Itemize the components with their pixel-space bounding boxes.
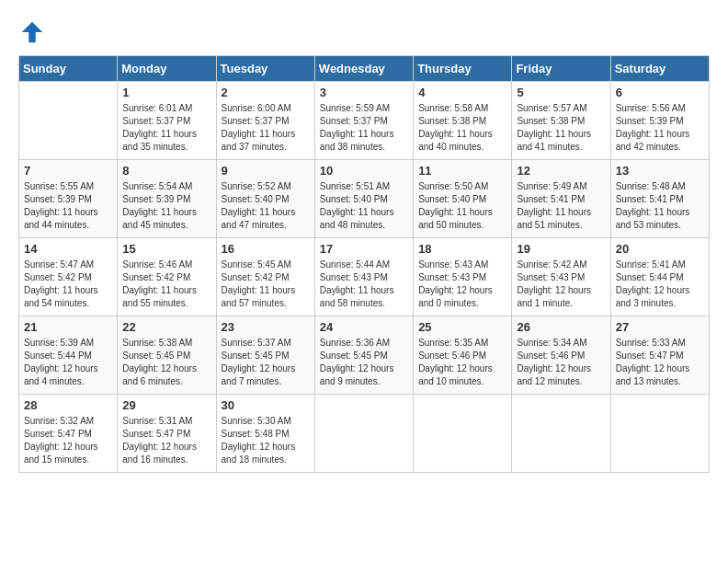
day-info: Sunrise: 5:56 AM Sunset: 5:39 PM Dayligh… (616, 102, 704, 154)
day-info: Sunrise: 6:00 AM Sunset: 5:37 PM Dayligh… (222, 102, 310, 154)
calendar-week-row: 21Sunrise: 5:39 AM Sunset: 5:44 PM Dayli… (19, 316, 710, 395)
calendar-cell: 14Sunrise: 5:47 AM Sunset: 5:42 PM Dayli… (19, 238, 118, 316)
page-header (18, 18, 710, 46)
calendar-cell: 3Sunrise: 5:59 AM Sunset: 5:37 PM Daylig… (314, 82, 413, 160)
day-number: 13 (616, 164, 704, 178)
calendar-cell (512, 395, 610, 473)
calendar-cell: 22Sunrise: 5:38 AM Sunset: 5:45 PM Dayli… (118, 316, 216, 395)
calendar-cell: 28Sunrise: 5:32 AM Sunset: 5:47 PM Dayli… (19, 395, 118, 473)
day-number: 29 (122, 398, 210, 412)
calendar-week-row: 14Sunrise: 5:47 AM Sunset: 5:42 PM Dayli… (19, 238, 710, 316)
calendar-cell: 27Sunrise: 5:33 AM Sunset: 5:47 PM Dayli… (610, 316, 709, 395)
day-info: Sunrise: 5:58 AM Sunset: 5:38 PM Dayligh… (418, 102, 506, 154)
calendar-week-row: 1Sunrise: 6:01 AM Sunset: 5:37 PM Daylig… (19, 82, 710, 160)
weekday-header-row: SundayMondayTuesdayWednesdayThursdayFrid… (19, 56, 710, 82)
calendar-cell: 4Sunrise: 5:58 AM Sunset: 5:38 PM Daylig… (414, 82, 512, 160)
day-info: Sunrise: 5:35 AM Sunset: 5:46 PM Dayligh… (418, 337, 506, 388)
day-number: 12 (517, 164, 605, 178)
calendar-cell: 30Sunrise: 5:30 AM Sunset: 5:48 PM Dayli… (216, 395, 314, 473)
calendar-cell: 5Sunrise: 5:57 AM Sunset: 5:38 PM Daylig… (512, 82, 610, 160)
calendar-cell: 15Sunrise: 5:46 AM Sunset: 5:42 PM Dayli… (118, 238, 216, 316)
calendar-cell (414, 395, 512, 473)
calendar-week-row: 28Sunrise: 5:32 AM Sunset: 5:47 PM Dayli… (19, 395, 710, 473)
day-number: 1 (122, 86, 210, 99)
day-number: 21 (24, 320, 112, 334)
calendar-cell: 20Sunrise: 5:41 AM Sunset: 5:44 PM Dayli… (610, 238, 709, 316)
calendar-cell: 24Sunrise: 5:36 AM Sunset: 5:45 PM Dayli… (314, 316, 413, 395)
weekday-header: Monday (118, 56, 216, 82)
day-number: 23 (222, 320, 310, 334)
calendar-cell (610, 395, 709, 473)
calendar-cell: 9Sunrise: 5:52 AM Sunset: 5:40 PM Daylig… (216, 160, 314, 238)
calendar-cell: 18Sunrise: 5:43 AM Sunset: 5:43 PM Dayli… (414, 238, 512, 316)
day-number: 26 (517, 320, 605, 334)
calendar-cell: 2Sunrise: 6:00 AM Sunset: 5:37 PM Daylig… (216, 82, 314, 160)
day-number: 6 (616, 86, 704, 99)
day-number: 27 (616, 320, 704, 334)
calendar-cell: 8Sunrise: 5:54 AM Sunset: 5:39 PM Daylig… (118, 160, 216, 238)
day-info: Sunrise: 5:48 AM Sunset: 5:41 PM Dayligh… (616, 180, 704, 232)
day-number: 24 (320, 320, 408, 334)
logo-icon (18, 18, 46, 46)
day-number: 15 (122, 242, 210, 256)
calendar-cell: 13Sunrise: 5:48 AM Sunset: 5:41 PM Dayli… (610, 160, 709, 238)
day-number: 16 (222, 242, 310, 256)
day-info: Sunrise: 5:38 AM Sunset: 5:45 PM Dayligh… (122, 337, 210, 388)
day-info: Sunrise: 5:59 AM Sunset: 5:37 PM Dayligh… (320, 102, 408, 154)
day-info: Sunrise: 5:33 AM Sunset: 5:47 PM Dayligh… (616, 337, 704, 388)
day-info: Sunrise: 5:46 AM Sunset: 5:42 PM Dayligh… (122, 259, 210, 310)
day-number: 4 (418, 86, 506, 99)
calendar-cell (19, 82, 118, 160)
day-number: 9 (222, 164, 310, 178)
weekday-header: Wednesday (314, 56, 413, 82)
calendar-cell: 23Sunrise: 5:37 AM Sunset: 5:45 PM Dayli… (216, 316, 314, 395)
calendar-cell: 11Sunrise: 5:50 AM Sunset: 5:40 PM Dayli… (414, 160, 512, 238)
calendar-week-row: 7Sunrise: 5:55 AM Sunset: 5:39 PM Daylig… (19, 160, 710, 238)
calendar-cell: 12Sunrise: 5:49 AM Sunset: 5:41 PM Dayli… (512, 160, 610, 238)
weekday-header: Friday (512, 56, 610, 82)
day-number: 10 (320, 164, 408, 178)
day-number: 8 (122, 164, 210, 178)
day-info: Sunrise: 5:51 AM Sunset: 5:40 PM Dayligh… (320, 180, 408, 232)
day-number: 20 (616, 242, 704, 256)
day-info: Sunrise: 5:50 AM Sunset: 5:40 PM Dayligh… (418, 180, 506, 232)
day-info: Sunrise: 5:52 AM Sunset: 5:40 PM Dayligh… (222, 180, 310, 232)
day-info: Sunrise: 5:55 AM Sunset: 5:39 PM Dayligh… (24, 180, 112, 232)
logo (18, 18, 50, 46)
day-number: 14 (24, 242, 112, 256)
day-info: Sunrise: 5:42 AM Sunset: 5:43 PM Dayligh… (517, 259, 605, 310)
day-number: 28 (24, 398, 112, 412)
weekday-header: Sunday (19, 56, 118, 82)
day-info: Sunrise: 5:41 AM Sunset: 5:44 PM Dayligh… (616, 259, 704, 310)
day-number: 2 (222, 86, 310, 99)
calendar-cell: 10Sunrise: 5:51 AM Sunset: 5:40 PM Dayli… (314, 160, 413, 238)
calendar-cell (314, 395, 413, 473)
weekday-header: Tuesday (216, 56, 314, 82)
day-info: Sunrise: 5:34 AM Sunset: 5:46 PM Dayligh… (517, 337, 605, 388)
calendar-cell: 19Sunrise: 5:42 AM Sunset: 5:43 PM Dayli… (512, 238, 610, 316)
day-info: Sunrise: 5:49 AM Sunset: 5:41 PM Dayligh… (517, 180, 605, 232)
day-info: Sunrise: 5:44 AM Sunset: 5:43 PM Dayligh… (320, 259, 408, 310)
day-info: Sunrise: 5:30 AM Sunset: 5:48 PM Dayligh… (222, 415, 310, 466)
calendar-cell: 6Sunrise: 5:56 AM Sunset: 5:39 PM Daylig… (610, 82, 709, 160)
calendar-cell: 21Sunrise: 5:39 AM Sunset: 5:44 PM Dayli… (19, 316, 118, 395)
day-info: Sunrise: 5:47 AM Sunset: 5:42 PM Dayligh… (24, 259, 112, 310)
day-number: 3 (320, 86, 408, 99)
calendar-cell: 7Sunrise: 5:55 AM Sunset: 5:39 PM Daylig… (19, 160, 118, 238)
day-number: 19 (517, 242, 605, 256)
day-info: Sunrise: 6:01 AM Sunset: 5:37 PM Dayligh… (122, 102, 210, 154)
calendar-cell: 26Sunrise: 5:34 AM Sunset: 5:46 PM Dayli… (512, 316, 610, 395)
day-number: 17 (320, 242, 408, 256)
calendar-cell: 25Sunrise: 5:35 AM Sunset: 5:46 PM Dayli… (414, 316, 512, 395)
day-number: 18 (418, 242, 506, 256)
day-info: Sunrise: 5:37 AM Sunset: 5:45 PM Dayligh… (222, 337, 310, 388)
day-number: 11 (418, 164, 506, 178)
calendar-cell: 17Sunrise: 5:44 AM Sunset: 5:43 PM Dayli… (314, 238, 413, 316)
day-info: Sunrise: 5:36 AM Sunset: 5:45 PM Dayligh… (320, 337, 408, 388)
calendar-cell: 16Sunrise: 5:45 AM Sunset: 5:42 PM Dayli… (216, 238, 314, 316)
svg-marker-0 (22, 22, 43, 43)
day-number: 30 (222, 398, 310, 412)
calendar-cell: 29Sunrise: 5:31 AM Sunset: 5:47 PM Dayli… (118, 395, 216, 473)
day-info: Sunrise: 5:45 AM Sunset: 5:42 PM Dayligh… (222, 259, 310, 310)
day-number: 5 (517, 86, 605, 99)
